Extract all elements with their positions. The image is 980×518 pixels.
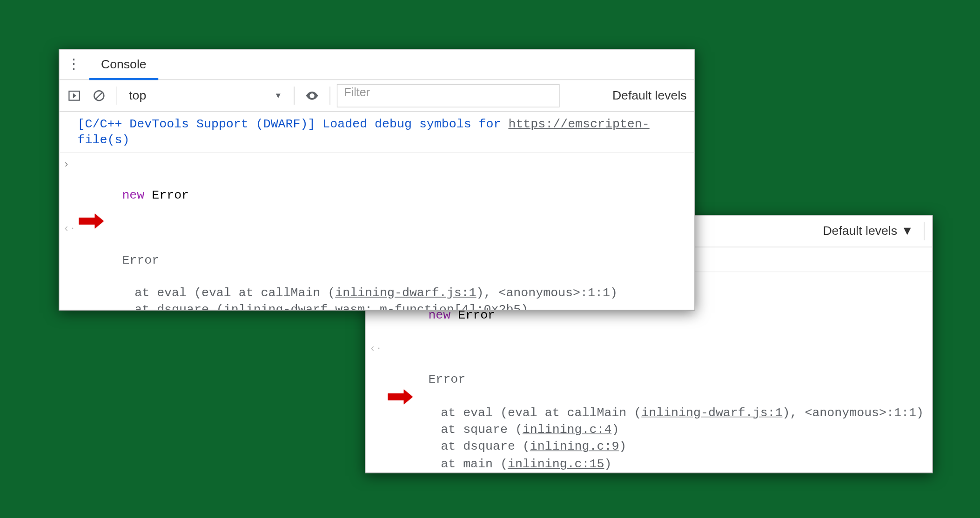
svg-line-2 <box>96 93 102 99</box>
stack-frame: at inlining-dwarf.js:1454 <box>365 472 932 473</box>
clear-console-button[interactable] <box>88 85 110 107</box>
stack-frame-text: at dsquare ( <box>411 440 530 454</box>
kebab-menu-icon[interactable]: ⋮ <box>65 56 83 73</box>
log-levels-select[interactable]: Default levels ▼ <box>823 224 913 239</box>
stack-frame-text: ), <anonymous>:1:1) <box>783 405 924 420</box>
error-object: Error <box>428 372 465 387</box>
callout-arrow-icon: ➡ <box>387 390 413 402</box>
toggle-sidebar-button[interactable] <box>63 85 86 107</box>
console-output-row[interactable]: ‹· Error <box>59 220 694 285</box>
stack-frame: at dsquare (inlining.c:9) <box>365 438 932 456</box>
stack-frame-link[interactable]: inlining-dwarf.js:1 <box>641 405 782 420</box>
divider <box>329 86 330 105</box>
stack-trace: at eval (eval at callMain (inlining-dwar… <box>365 404 932 473</box>
stack-frame-text: at dsquare ( <box>105 303 223 311</box>
stack-frame: at main (inlining.c:15) <box>365 456 932 473</box>
stack-frame-text: at eval (eval at callMain ( <box>411 405 641 420</box>
stack-frame-link[interactable]: inlining.c:9 <box>530 440 619 454</box>
divider <box>117 86 117 105</box>
stack-frame: at eval (eval at callMain (inlining-dwar… <box>365 404 932 421</box>
stack-frame-text: ) <box>604 457 611 471</box>
stack-trace: at eval (eval at callMain (inlining-dwar… <box>59 285 694 311</box>
divider <box>294 86 294 105</box>
input-chevron-icon: › <box>63 158 69 172</box>
context-label: top <box>129 88 146 103</box>
stack-frame-text: ) <box>521 303 528 311</box>
log-levels-label: Default levels <box>823 224 897 239</box>
divider <box>924 222 924 240</box>
console-input-row[interactable]: › new Error <box>59 155 694 220</box>
error-word: Error <box>152 188 189 203</box>
stack-frame: at square (inlining.c:4) <box>365 421 932 438</box>
stack-frame-text: ) <box>619 440 626 454</box>
svg-point-3 <box>311 94 313 97</box>
console-toolbar: top ▼ Filter Default levels <box>59 80 694 112</box>
error-object: Error <box>122 253 159 267</box>
chevron-down-icon: ▼ <box>275 91 282 100</box>
stack-frame-link[interactable]: inlining.c:15 <box>508 457 604 471</box>
live-expression-button[interactable] <box>301 85 323 107</box>
stack-frame-text: ), <anonymous>:1:1) <box>477 286 618 300</box>
console-log-area: [C/C++ DevTools Support (DWARF)] Loaded … <box>59 112 694 311</box>
info-prefix: [C/C++ DevTools Support (DWARF)] <box>78 117 315 132</box>
stack-frame-text: at main ( <box>411 457 508 471</box>
info-message: [C/C++ DevTools Support (DWARF)] Loaded … <box>59 116 694 153</box>
info-suffix: file(s) <box>78 133 130 147</box>
filter-input[interactable]: Filter <box>337 84 560 107</box>
chevron-down-icon: ▼ <box>901 224 913 239</box>
stack-frame-text: ) <box>611 423 619 437</box>
stack-frame-text: at square ( <box>411 423 522 437</box>
console-output-row[interactable]: ‹· Error <box>365 339 932 404</box>
stack-frame-text: at eval (eval at callMain ( <box>105 286 335 300</box>
log-levels-select[interactable]: Default levels <box>612 88 687 103</box>
stack-frame: at eval (eval at callMain (inlining-dwar… <box>59 285 694 302</box>
stack-frame-link[interactable]: inlining.c:4 <box>523 423 612 437</box>
context-select[interactable]: top ▼ <box>124 86 287 106</box>
new-keyword: new <box>122 188 144 203</box>
devtools-panel-front: ⋮ Console top ▼ Filter Default levels [C… <box>59 49 695 311</box>
info-mid: Loaded debug symbols for <box>315 117 508 132</box>
stack-frame-link[interactable]: inlining-dwarf.js:1 <box>335 286 476 300</box>
output-chevron-icon: ‹· <box>63 223 76 236</box>
tab-console[interactable]: Console <box>89 49 158 80</box>
stack-frame: at dsquare (inlining-dwarf.wasm:…m-funct… <box>59 302 694 311</box>
callout-arrow-icon: ➡ <box>78 214 104 226</box>
log-levels-label: Default levels <box>612 88 687 103</box>
tab-bar: ⋮ Console <box>59 49 694 80</box>
stack-frame-link[interactable]: inlining-dwarf.wasm:…m-function[4]:0x2b5 <box>224 303 521 311</box>
info-link[interactable]: https://emscripten- <box>508 117 649 132</box>
output-chevron-icon: ‹· <box>369 342 382 356</box>
